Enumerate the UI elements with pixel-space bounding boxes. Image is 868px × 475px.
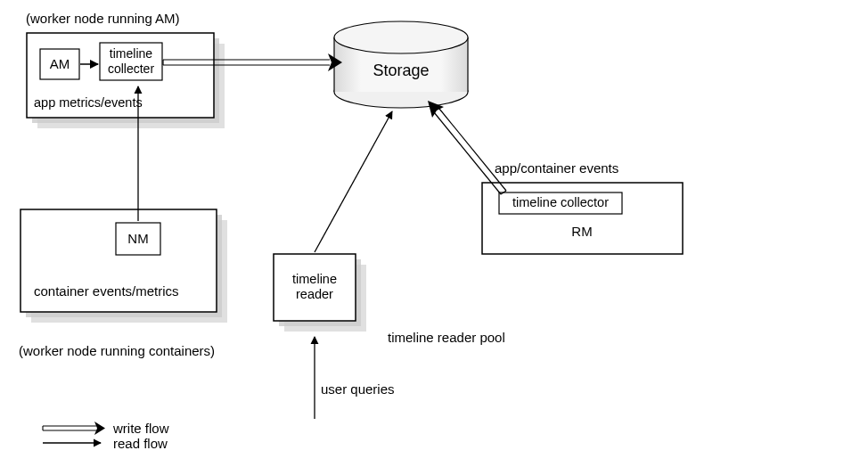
storage-label: Storage [373, 61, 429, 81]
svg-line-16 [439, 109, 506, 191]
am-label: AM [50, 56, 70, 72]
rm-label: RM [571, 224, 592, 240]
rm-collector-label: timeline collector [512, 195, 609, 210]
legend [43, 422, 105, 443]
nm-label: NM [127, 231, 148, 247]
arrow-reader-to-storage [315, 111, 392, 252]
rm-node [482, 183, 683, 254]
legend-read-label: read flow [113, 436, 168, 452]
worker-am-title: (worker node running AM) [26, 11, 180, 27]
worker-am-caption: app metrics/events [34, 95, 143, 111]
worker-nm-stack [20, 209, 227, 323]
worker-nm-title: (worker node running containers) [19, 343, 215, 359]
legend-write-label: write flow [113, 421, 169, 437]
rm-edge-label: app/container events [495, 160, 618, 176]
reader-pool-label: timeline reader pool [388, 330, 505, 346]
svg-point-7 [334, 21, 468, 53]
user-queries-label: user queries [321, 381, 395, 397]
arrow-rm-to-storage [428, 101, 506, 194]
svg-line-15 [434, 112, 501, 194]
worker-nm-caption: container events/metrics [34, 283, 179, 299]
reader-label: timeline reader [292, 272, 337, 303]
collector-label: timeline collecter [108, 46, 154, 77]
